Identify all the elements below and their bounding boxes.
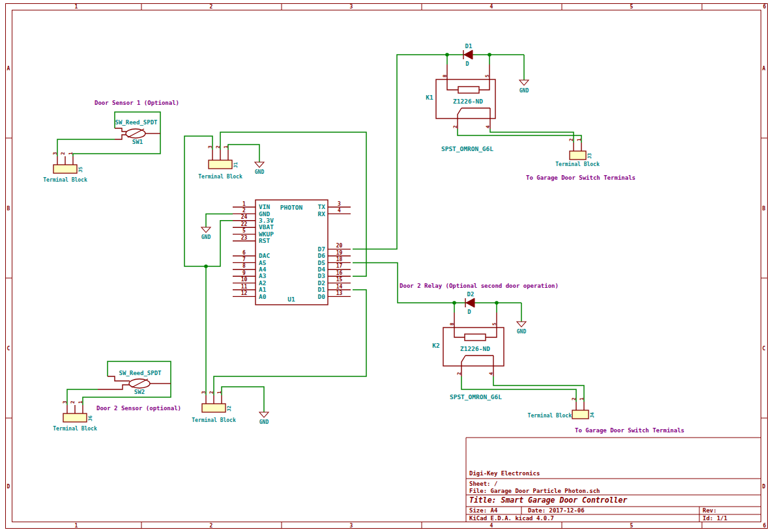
gnd-symbol[interactable]	[201, 227, 211, 232]
wire[interactable]	[214, 290, 366, 395]
note-to-terminals-2: To Garage Door Switch Terminals	[575, 427, 684, 434]
photon-pin-name: D1	[318, 286, 326, 293]
photon-pin-number: 11	[241, 284, 248, 290]
tb-pin-number: 3	[62, 400, 68, 404]
photon-pin-number: 20	[336, 243, 343, 249]
terminal-block-body[interactable]	[202, 404, 226, 412]
tb-pin-number: 3	[207, 145, 213, 148]
tb-label: Terminal Block	[198, 173, 242, 180]
relay-coil-lead	[447, 79, 458, 90]
photon-pin-name: RX	[318, 210, 326, 217]
tb-pin-number: 1	[216, 391, 222, 394]
wire[interactable]	[353, 55, 524, 249]
photon-pin-number: 14	[336, 284, 343, 290]
photon-pin-number: 10	[241, 277, 248, 283]
border-row-label: A	[7, 66, 10, 72]
relay-footprint: SPST_OMRON_G6L	[441, 145, 493, 152]
border-col-label: 5	[630, 523, 634, 529]
photon-mcu[interactable]: PHOTON U1 1VIN2GND243.3V22VBAT5WKUP23RST…	[233, 200, 351, 305]
tb-ref: J3	[587, 152, 592, 159]
photon-pin-name: VBAT	[259, 223, 274, 231]
relay-coil	[465, 334, 486, 341]
terminal-block-body[interactable]	[572, 410, 589, 419]
gnd-label: GND	[259, 419, 269, 425]
gnd-symbol[interactable]	[519, 80, 529, 85]
gnd-label: GND	[255, 169, 265, 175]
tb-pin-number: 1	[579, 397, 585, 400]
border-row-label: B	[763, 206, 766, 212]
note-door-2-relay: Door 2 Relay (Optional second door opera…	[400, 283, 559, 289]
relay-coil-lead	[486, 328, 497, 337]
tb-ref: J6	[87, 415, 93, 421]
note-door-sensor-1: Door Sensor 1 (Optional)	[95, 100, 179, 106]
photon-pin-name: D2	[318, 279, 325, 287]
reed-lead	[115, 135, 126, 139]
diode-d2[interactable]	[466, 298, 474, 307]
schematic-title: Title: Smart Garage Door Controller	[469, 496, 627, 505]
photon-pin-name: DAC	[259, 252, 270, 259]
gnd-label: GND	[201, 234, 211, 240]
sheet-field: Sheet: /	[469, 481, 497, 487]
terminal-block-j3[interactable]: 2 1 J3 Terminal Block	[555, 138, 600, 167]
gnd-symbol[interactable]	[259, 412, 269, 417]
reed-ref: SW2	[134, 389, 145, 395]
photon-pin-name: GND	[259, 210, 270, 217]
tb-pin-number: 2	[571, 397, 577, 400]
relay-footprint: SPST_OMRON_G6L	[450, 393, 502, 400]
photon-pin-number: 9	[242, 270, 246, 276]
border-col-label: 3	[350, 4, 353, 10]
wire[interactable]	[184, 136, 212, 266]
relay-k1[interactable]: D1 D 8 5 2 4 K1 Z1226-ND SPST_OMRON_G6L	[426, 43, 495, 152]
terminal-block-body[interactable]	[63, 413, 87, 422]
terminal-block-j4[interactable]: 2 1 J4 Terminal Block	[528, 397, 595, 419]
photon-pin-name: A2	[259, 279, 266, 287]
border-row-label: C	[763, 346, 766, 352]
terminal-block-j6[interactable]: 3 2 1 J6 Terminal Block	[53, 400, 97, 432]
border-col-label: 2	[210, 4, 213, 10]
rev-field: Rev:	[703, 507, 717, 514]
tb-pin-number: 2	[60, 152, 66, 155]
photon-pin-number: 8	[242, 263, 246, 269]
schematic-sheet: 1 2 3 4 5 6 1 2 3 4 5 6 A B C D A B C D …	[0, 0, 773, 532]
relay-pin-number: 4	[488, 372, 494, 375]
terminal-block-body[interactable]	[570, 151, 586, 160]
reed-switch-sw1[interactable]: SW_Reed_SPDT SW1	[115, 119, 160, 145]
photon-value: PHOTON	[280, 204, 303, 211]
terminal-block-j1[interactable]: 3 2 1 J1 Terminal Block	[198, 145, 242, 180]
terminal-block-body[interactable]	[53, 165, 77, 173]
photon-pin-name: VIN	[259, 203, 270, 210]
reed-switch-sw2[interactable]: SW_Reed_SPDT SW2	[98, 370, 171, 395]
gnd-symbol[interactable]	[517, 322, 526, 327]
title-block: Digi-Key Electronics Sheet: / File: Gara…	[466, 438, 761, 522]
terminal-block-j5[interactable]: 3 2 1 J5 Terminal Block	[43, 152, 87, 183]
wire[interactable]	[228, 145, 259, 162]
diode-ref: D1	[465, 43, 473, 49]
relay-ref: K2	[432, 342, 439, 349]
border-col-label: 4	[490, 4, 493, 10]
tb-label: Terminal Block	[53, 425, 97, 432]
photon-pin-name: D5	[318, 259, 326, 266]
relay-pin-number: 2	[456, 372, 462, 375]
photon-pin-number: 3	[338, 201, 341, 207]
relay-switch-arm	[461, 356, 465, 366]
relay-value: Z1226-ND	[460, 345, 490, 352]
diode-d1[interactable]	[464, 50, 473, 59]
photon-pin-name: RST	[259, 237, 270, 244]
terminal-block-j2[interactable]: 3 2 1 J2 Terminal Block	[192, 391, 236, 423]
tb-pin-number: 3	[52, 152, 58, 155]
file-field: File: Garage Door Particle Photon.sch	[469, 488, 600, 494]
photon-pin-number: 16	[336, 270, 343, 276]
reed-value: SW_Reed_SPDT	[115, 119, 158, 126]
border-col-label: 3	[350, 523, 353, 529]
junction-dot	[495, 301, 499, 305]
wire[interactable]	[458, 129, 581, 143]
wires	[57, 53, 584, 412]
junction-dot	[445, 53, 449, 57]
relay-pin-number: 8	[449, 322, 455, 326]
border-row-label: B	[7, 206, 10, 212]
photon-pin-number: 1	[242, 201, 246, 207]
gnd-symbol[interactable]	[255, 162, 264, 167]
tb-ref: J5	[78, 167, 83, 173]
photon-pin-name: A0	[259, 293, 267, 300]
terminal-block-body[interactable]	[209, 160, 232, 169]
